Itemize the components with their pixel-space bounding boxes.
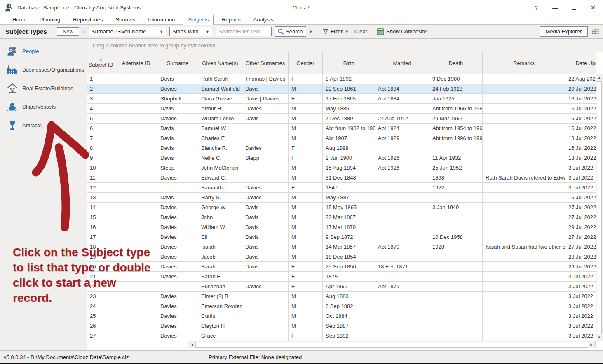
cell: Curtis (198, 311, 242, 321)
search-options-dropdown-icon[interactable]: ▼ (306, 30, 315, 34)
column-header-given-name-s-[interactable]: Given Name(s) (198, 52, 242, 74)
cell (115, 212, 157, 222)
media-explorer-button[interactable]: Media Explorer (540, 26, 588, 37)
cell: Davies (242, 104, 289, 113)
table-row[interactable]: 16DaviesWilliam W.DavisM17 Mar 187029 Ju… (87, 222, 596, 232)
cell: 1847 (323, 183, 375, 192)
tab-information[interactable]: Information (143, 15, 179, 24)
cell (429, 311, 483, 321)
filter-button[interactable]: Filter ▼ (321, 28, 353, 35)
cell: Davis (242, 242, 289, 252)
collapse-sidebar-icon[interactable]: ‹ (84, 28, 85, 35)
table-row[interactable]: 18DaviesIsaiahDavisM14 Mar 1857Abt 18791… (87, 242, 596, 252)
sidebar-item-ships[interactable]: Ships/Vessels (0, 98, 87, 115)
vertical-scrollbar[interactable]: ▲ ▼ (596, 74, 603, 341)
table-row[interactable]: 10SteppJohn McClenanM15 Aug 1894Abt 1926… (87, 163, 596, 173)
tab-planning[interactable]: Planning (35, 15, 65, 24)
add-media-icon[interactable] (592, 28, 599, 35)
column-header-other-surnames[interactable]: Other Surnames (242, 52, 289, 74)
cell: Shopbell (157, 94, 198, 103)
column-header-subject-id[interactable]: ˄Subject ID (87, 52, 115, 74)
column-header-alternate-id[interactable]: Alternate ID (115, 52, 157, 74)
table-row[interactable]: 22SusannahDaviesFApr 1860Abt 18793 Jul 2… (87, 282, 596, 292)
table-row[interactable]: 13DavisHarry S.DaviesMMay 188716 Jul 202… (87, 193, 596, 203)
cell (375, 173, 429, 182)
group-by-bar[interactable]: Drag a column header here to group by th… (87, 39, 603, 52)
table-row[interactable]: 27DaviesGraceFSep 18923 Jul 2022 (87, 331, 596, 341)
table-row[interactable]: 25DaviesCurtisMOct 18843 Jul 2022 (87, 311, 596, 321)
cell: M (289, 301, 323, 311)
scroll-up-icon[interactable]: ▲ (596, 74, 603, 81)
new-subject-button[interactable]: New (57, 27, 79, 36)
table-row[interactable]: 17DaviesEliDavisM9 Sep 187210 Dec 195827… (87, 232, 596, 242)
tab-reports[interactable]: Reports (217, 15, 245, 24)
search-field-dropdown[interactable]: Surname, Given Name ▼ (89, 27, 166, 36)
cell (429, 292, 483, 301)
column-header-remarks[interactable]: Remarks (483, 52, 565, 74)
column-header-gender[interactable]: Gender (289, 52, 323, 74)
cell (115, 133, 157, 143)
table-row[interactable]: 15DaviesJohnDavisM22 Mar 186727 Jul 2022 (87, 212, 596, 222)
sidebar-item-artifacts[interactable]: Artifacts (0, 117, 87, 133)
table-row[interactable]: 11DaviesEdward C.M31 Dec 18481898Ruth Sa… (87, 173, 596, 183)
column-header-label: Married (393, 60, 411, 66)
cell: 3 Jul 2022 (565, 272, 596, 281)
table-row[interactable]: 1DavisRuth SarahThomas | DaviesF8 Apr 18… (87, 74, 596, 84)
cell: Sep 1892 (323, 331, 375, 341)
table-row[interactable]: 20DaviesSarahDavisF25 Sep 185018 Feb 187… (87, 262, 596, 272)
sidebar-item-realestate[interactable]: Real Estate/Buildings (0, 80, 87, 96)
tab-repositories[interactable]: Repositories (68, 15, 107, 24)
tab-subjects[interactable]: Subjects (183, 15, 214, 25)
scroll-down-icon[interactable]: ▼ (596, 334, 603, 341)
column-header-surname[interactable]: Surname (157, 52, 198, 74)
table-row[interactable]: 2DaviesSamuel WinfieldDavisM22 Sep 1861A… (87, 84, 596, 94)
sidebar-item-people[interactable]: People (0, 43, 87, 59)
sidebar-item-businesses[interactable]: Businesses/Organizations (0, 61, 87, 78)
cell: 10 Dec 1958 (429, 232, 483, 242)
search-button[interactable]: Search (275, 26, 306, 37)
tab-sources[interactable]: Sources (111, 15, 140, 24)
cell (483, 252, 565, 261)
maximize-button[interactable] (565, 0, 584, 15)
table-row[interactable]: 19DaviesJacobDavisM18 Dec 185428 Jul 202… (87, 252, 596, 262)
table-row[interactable]: 14DaviesGeorge W.DavisM15 May 18653 Jan … (87, 203, 596, 212)
column-header-date-updated[interactable]: Date Updated (565, 52, 596, 74)
cell (157, 183, 198, 192)
minimize-button[interactable]: — (546, 0, 565, 15)
close-button[interactable]: ✕ (584, 0, 603, 15)
search-input[interactable] (216, 27, 272, 36)
cell: M (289, 252, 323, 261)
match-type-dropdown[interactable]: Starts With ▼ (169, 27, 212, 36)
table-row[interactable]: 3ShopbellClara GussieDavis | DaviesF17 F… (87, 94, 596, 104)
table-row[interactable]: 26DaviesClayton HMSep 18873 Jul 2022 (87, 321, 596, 331)
cell: Samuel Winfield (198, 84, 242, 93)
table-row[interactable]: 6DavisSamuel WMAbt from 1902 to 1903Abt … (87, 124, 596, 133)
scroll-left-icon[interactable]: ◀ (188, 341, 195, 348)
column-header-death[interactable]: Death (429, 52, 483, 74)
cell (115, 222, 157, 232)
cell: John McClenan (198, 163, 242, 173)
table-row[interactable]: 23DaviesElmer (?) BMAug 18803 Jul 2022 (87, 292, 596, 301)
table-row[interactable]: 5DaviesWilliam LeslieDavisM7 Dec 188924 … (87, 114, 596, 124)
show-composite-button[interactable]: Show Composite (375, 28, 428, 35)
tab-analysis[interactable]: Analysis (249, 15, 278, 24)
cell: 14 Mar 1857 (323, 242, 375, 252)
table-row[interactable]: 7DavisCharles E.MAbt 1907Abt 1929Abt fro… (87, 133, 596, 143)
table-row[interactable]: 4DavisArthur H.DaviesMMay 1885Abt from 1… (87, 104, 596, 114)
column-header-label: Death (449, 60, 463, 66)
table-row[interactable]: 12SamanthaDaviesF184719223 Jul 2022 (87, 183, 596, 193)
clear-button[interactable]: Clear (353, 28, 369, 35)
table-row[interactable]: 8DavisBlanche R.DaviesFAug 189816 Jul 20… (87, 143, 596, 153)
column-header-birth[interactable]: Birth (323, 52, 375, 74)
table-row[interactable]: 9DavisNellie C.SteppF2 Jun 1900Abt 19261… (87, 153, 596, 163)
help-button[interactable]: ? (527, 0, 546, 15)
horizontal-scrollbar[interactable]: ◀ ▶ (188, 341, 596, 348)
vertical-scrollbar-thumb[interactable] (597, 81, 602, 334)
table-row[interactable]: 24DaviesEmerson RoydenM8 Sep 18823 Jul 2… (87, 301, 596, 311)
tab-home[interactable]: Home (8, 15, 31, 24)
cell (429, 143, 483, 153)
column-header-married[interactable]: Married (375, 52, 429, 74)
horizontal-scrollbar-thumb[interactable] (195, 342, 588, 348)
table-row[interactable]: 21DaviesSarah E.F18793 Jul 2022 (87, 272, 596, 282)
scroll-right-icon[interactable]: ▶ (588, 341, 595, 348)
